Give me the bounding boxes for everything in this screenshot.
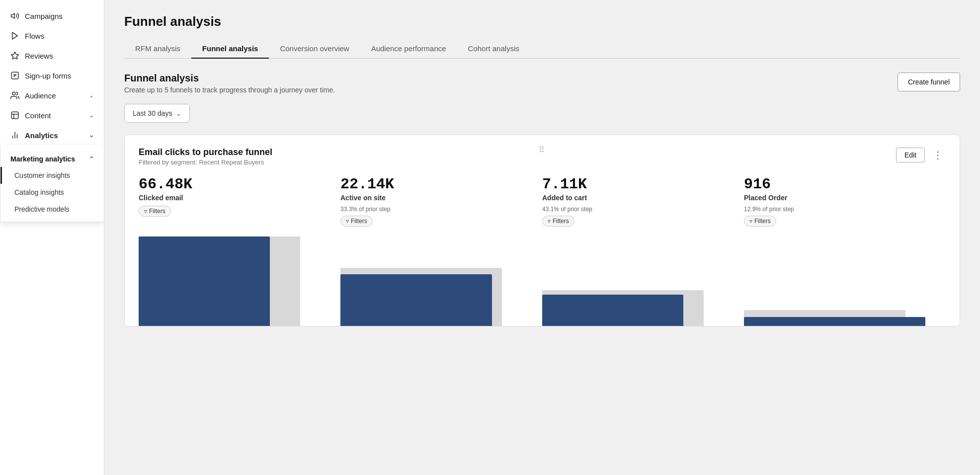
sidebar-analytics-wrapper: Analytics ⌄ Marketing analytics ⌃ Custom… (0, 125, 104, 145)
section-description: Create up to 5 funnels to track progress… (124, 86, 335, 94)
sidebar-item-campaigns-label: Campaigns (25, 12, 63, 20)
filters-badge-1[interactable]: ▿ Filters (340, 216, 373, 227)
chevron-down-icon: ⌄ (89, 112, 94, 119)
tab-audience-performance[interactable]: Audience performance (360, 39, 457, 59)
filter-icon-2: ▿ (548, 218, 551, 225)
sidebar-item-reviews[interactable]: Reviews (0, 46, 104, 66)
funnel-metrics: 66.48K Clicked email ▿ Filters 22.14K Ac… (139, 176, 946, 227)
form-icon (10, 71, 20, 80)
filters-badge-3[interactable]: ▿ Filters (744, 216, 776, 227)
chevron-down-icon: ⌄ (89, 92, 94, 99)
metric-sublabel-2: 43.1% of prior step (542, 206, 734, 213)
marketing-analytics-section: Marketing analytics ⌃ Customer insights … (0, 145, 104, 222)
metric-value-2: 7.11K (542, 176, 734, 193)
metric-value-3: 916 (744, 176, 936, 193)
funnel-metric-2: 7.11K Added to cart 43.1% of prior step … (542, 176, 744, 227)
sidebar-item-content[interactable]: Content ⌄ (0, 105, 104, 125)
funnel-bar-col-2 (542, 237, 744, 326)
submenu-item-predictive-models[interactable]: Predictive models (0, 201, 104, 218)
drag-handle[interactable]: ⠿ (539, 145, 546, 155)
metric-sublabel-3: 12.9% of prior step (744, 206, 936, 213)
svg-marker-1 (12, 32, 18, 39)
tab-funnel[interactable]: Funnel analysis (191, 39, 269, 59)
metric-label-1: Active on site (340, 194, 532, 202)
sidebar-item-content-label: Content (25, 111, 51, 120)
funnel-bar-col-0 (139, 237, 340, 326)
sidebar-item-audience[interactable]: Audience ⌄ (0, 85, 104, 105)
tab-rfm[interactable]: RFM analysis (124, 39, 191, 59)
sidebar-item-signup-forms[interactable]: Sign-up forms (0, 66, 104, 85)
edit-button[interactable]: Edit (896, 148, 925, 162)
funnel-metric-3: 916 Placed Order 12.9% of prior step ▿ F… (744, 176, 946, 227)
funnel-metric-1: 22.14K Active on site 33.3% of prior ste… (340, 176, 542, 227)
metric-label-2: Added to cart (542, 194, 734, 202)
svg-point-7 (12, 92, 15, 95)
flow-icon (10, 31, 20, 41)
section-title: Funnel analysis (124, 73, 335, 84)
page-title: Funnel analysis (124, 14, 960, 29)
tabs-bar: RFM analysis Funnel analysis Conversion … (124, 39, 960, 59)
sidebar-item-reviews-label: Reviews (25, 52, 53, 60)
funnel-bar-fill-3 (744, 317, 925, 326)
filters-badge-2[interactable]: ▿ Filters (542, 216, 574, 227)
chevron-down-icon: ⌄ (89, 132, 94, 139)
funnel-bar-fill-0 (139, 237, 270, 326)
funnel-card-title: Email clicks to purchase funnel (139, 147, 272, 158)
funnel-card-subtitle: Filtered by segment: Recent Repeat Buyer… (139, 158, 272, 166)
create-funnel-button[interactable]: Create funnel (898, 73, 960, 91)
funnel-bar-col-3 (744, 237, 946, 326)
tab-cohort[interactable]: Cohort analysis (457, 39, 530, 59)
analytics-icon (10, 130, 20, 140)
metric-value-1: 22.14K (340, 176, 532, 193)
star-icon (10, 51, 20, 61)
submenu-item-customer-insights[interactable]: Customer insights (0, 167, 104, 184)
sidebar-item-analytics[interactable]: Analytics ⌄ (0, 125, 104, 145)
marketing-analytics-title[interactable]: Marketing analytics ⌃ (0, 151, 104, 167)
funnel-card: ⠿ Email clicks to purchase funnel Filter… (124, 135, 960, 326)
chevron-down-icon: ⌄ (176, 110, 181, 117)
funnel-bar-fill-2 (542, 295, 683, 326)
filter-icon-0: ▿ (144, 208, 147, 215)
section-header: Funnel analysis Create up to 5 funnels t… (124, 73, 960, 94)
funnel-bars (139, 237, 946, 326)
chevron-up-icon: ⌃ (89, 156, 94, 162)
funnel-bar-col-1 (340, 237, 542, 326)
megaphone-icon (10, 11, 20, 21)
svg-marker-2 (11, 52, 19, 59)
funnel-card-header-left: Email clicks to purchase funnel Filtered… (139, 147, 272, 166)
main-content: Funnel analysis RFM analysis Funnel anal… (104, 0, 980, 475)
filter-icon-3: ▿ (749, 218, 752, 225)
tab-conversion[interactable]: Conversion overview (269, 39, 360, 59)
sidebar-item-campaigns[interactable]: Campaigns (0, 6, 104, 26)
filters-badge-0[interactable]: ▿ Filters (139, 206, 171, 217)
metric-value-0: 66.48K (139, 176, 330, 193)
sidebar-item-flows-label: Flows (25, 32, 44, 40)
sidebar-item-signup-forms-label: Sign-up forms (25, 72, 71, 80)
date-filter-label: Last 30 days (133, 109, 172, 117)
svg-rect-8 (11, 112, 18, 119)
metric-sublabel-1: 33.3% of prior step (340, 206, 532, 213)
content-icon (10, 110, 20, 120)
sidebar-item-flows[interactable]: Flows (0, 26, 104, 46)
funnel-metric-0: 66.48K Clicked email ▿ Filters (139, 176, 340, 227)
filter-icon-1: ▿ (346, 218, 349, 225)
audience-icon (10, 90, 20, 100)
funnel-card-actions: Edit ⋮ (896, 147, 946, 163)
date-filter[interactable]: Last 30 days ⌄ (124, 104, 190, 123)
svg-marker-0 (11, 13, 15, 19)
sidebar: Campaigns Flows Reviews Sign-up forms (0, 0, 104, 475)
analytics-submenu: Marketing analytics ⌃ Customer insights … (0, 145, 104, 222)
sidebar-item-analytics-label: Analytics (25, 131, 58, 140)
section-header-left: Funnel analysis Create up to 5 funnels t… (124, 73, 335, 94)
more-options-button[interactable]: ⋮ (930, 147, 946, 163)
submenu-item-catalog-insights[interactable]: Catalog insights (0, 184, 104, 201)
sidebar-item-audience-label: Audience (25, 91, 56, 100)
funnel-bar-fill-1 (340, 274, 492, 326)
metric-label-3: Placed Order (744, 194, 936, 202)
metric-label-0: Clicked email (139, 194, 330, 202)
